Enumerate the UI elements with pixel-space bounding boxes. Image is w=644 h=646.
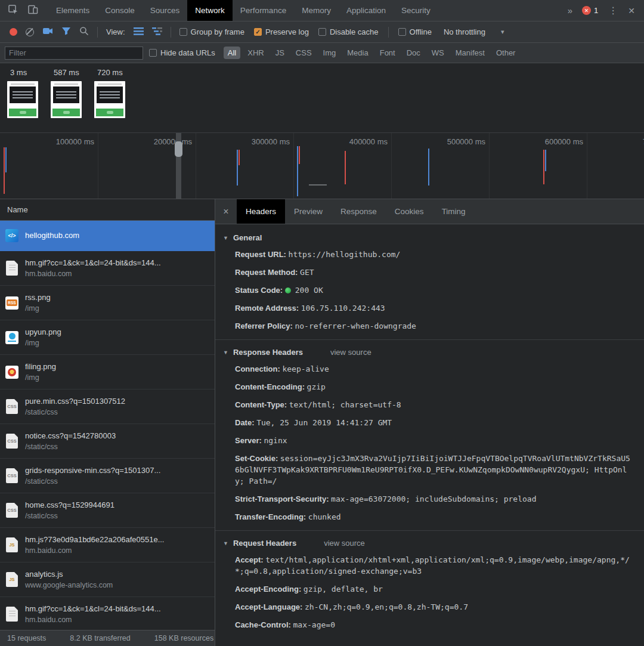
tab-application[interactable]: Application bbox=[339, 0, 394, 21]
request-row[interactable]: RSSrss.png/img bbox=[0, 286, 215, 320]
request-text: rss.png/img bbox=[25, 293, 51, 313]
capture-screenshots-icon[interactable] bbox=[42, 27, 53, 37]
filmstrip-thumbnail[interactable] bbox=[94, 81, 125, 118]
checkbox-box[interactable] bbox=[149, 49, 157, 57]
devtools-menu-icon[interactable]: ⋮ bbox=[608, 5, 618, 16]
checkbox-hide-data-urls[interactable]: Hide data URLs bbox=[149, 48, 215, 57]
tab-network[interactable]: Network bbox=[187, 0, 233, 21]
inspect-element-icon[interactable] bbox=[7, 4, 19, 17]
header-name: Accept: bbox=[235, 555, 264, 564]
checkbox-label: Offline bbox=[410, 27, 432, 36]
request-text: hm.gif?cc=1&ck=1&cl=24-bit&ds=144...hm.b… bbox=[25, 258, 161, 278]
filter-pill-css[interactable]: CSS bbox=[292, 47, 316, 59]
filmstrip-thumbnail[interactable] bbox=[7, 81, 38, 118]
tab-security[interactable]: Security bbox=[394, 0, 438, 21]
tab-sources[interactable]: Sources bbox=[143, 0, 188, 21]
header-value: gzip, deflate, br bbox=[304, 585, 383, 594]
view-source-link[interactable]: view source bbox=[324, 539, 365, 548]
checkbox-label: Hide data URLs bbox=[160, 48, 215, 57]
request-row[interactable]: CSSpure.min.css?q=1501307512/static/css bbox=[0, 390, 215, 424]
checkbox-preserve-log[interactable]: ✓Preserve log bbox=[254, 27, 309, 36]
request-row[interactable]: JShm.js?73e0d9a1bd6e22a206afe0551e...hm.… bbox=[0, 528, 215, 562]
request-row[interactable]: CSShome.css?q=1529944691/static/css bbox=[0, 493, 215, 528]
resource-icon-filing bbox=[5, 366, 19, 379]
request-row[interactable]: </>hellogithub.com bbox=[0, 221, 215, 251]
filter-icon[interactable] bbox=[61, 27, 71, 37]
view-label: View: bbox=[106, 27, 125, 36]
filmstrip-frame[interactable]: 587 ms bbox=[51, 68, 82, 118]
timeline-overview[interactable]: 100000 ms200000 ms300000 ms400000 ms5000… bbox=[0, 132, 644, 199]
request-row[interactable]: hm.gif?cc=1&ck=1&cl=24-bit&ds=144...hm.b… bbox=[0, 597, 215, 630]
device-toolbar-icon[interactable] bbox=[27, 4, 39, 17]
detail-tab-headers[interactable]: Headers bbox=[237, 199, 285, 224]
filter-pill-media[interactable]: Media bbox=[343, 47, 372, 59]
name-column-header[interactable]: Name bbox=[0, 199, 215, 221]
resource-icon-site: </> bbox=[5, 229, 19, 242]
header-name: Request URL: bbox=[235, 250, 286, 259]
search-icon[interactable] bbox=[79, 26, 89, 38]
checkbox-box[interactable] bbox=[318, 28, 326, 36]
checkbox-offline[interactable]: Offline bbox=[398, 27, 432, 36]
checkbox-box[interactable]: ✓ bbox=[254, 28, 262, 36]
filmstrip-frame[interactable]: 720 ms bbox=[94, 68, 125, 118]
request-row[interactable]: filing.png/img bbox=[0, 355, 215, 390]
header-value: no-referrer-when-downgrade bbox=[295, 322, 416, 330]
show-overview-icon[interactable] bbox=[152, 27, 162, 37]
request-row[interactable]: CSSgrids-responsive-min.css?q=1501307...… bbox=[0, 459, 215, 493]
detail-tab-preview[interactable]: Preview bbox=[285, 199, 332, 224]
checkbox-box[interactable] bbox=[398, 28, 406, 36]
record-network-log-button[interactable] bbox=[10, 28, 17, 36]
detail-tab-response[interactable]: Response bbox=[332, 199, 386, 224]
filing-image-icon bbox=[5, 366, 18, 379]
filter-pill-manifest[interactable]: Manifest bbox=[451, 47, 489, 59]
header-name: Referrer Policy: bbox=[235, 322, 293, 330]
clear-network-log-button[interactable] bbox=[26, 28, 34, 36]
checkbox-box[interactable] bbox=[179, 28, 187, 36]
disclosure-triangle-icon[interactable]: ▼ bbox=[223, 540, 228, 546]
section-header[interactable]: ▼Response Headersview source bbox=[215, 342, 644, 363]
tab-elements[interactable]: Elements bbox=[48, 0, 97, 21]
header-name: Accept-Language: bbox=[235, 602, 302, 611]
disclosure-triangle-icon[interactable]: ▼ bbox=[223, 350, 228, 356]
request-row[interactable]: CSSnotice.css?q=1542780003/static/css bbox=[0, 424, 215, 459]
filter-pill-img[interactable]: Img bbox=[319, 47, 340, 59]
checkbox-group-by-frame[interactable]: Group by frame bbox=[179, 27, 244, 36]
header-value: session=eyJjc3JmX3Rva2VuIjp7IiBiIjoiWTJJ… bbox=[235, 454, 630, 486]
filmstrip-thumbnail[interactable] bbox=[51, 81, 82, 118]
request-row[interactable]: hm.gif?cc=1&ck=1&cl=24-bit&ds=144...hm.b… bbox=[0, 251, 215, 286]
filter-pill-doc[interactable]: Doc bbox=[402, 47, 425, 59]
filter-pill-font[interactable]: Font bbox=[376, 47, 400, 59]
filter-pill-all[interactable]: All bbox=[224, 47, 240, 59]
request-row[interactable]: JSanalytics.jswww.google-analytics.com bbox=[0, 562, 215, 597]
timeline-scrubber-handle[interactable] bbox=[175, 141, 182, 157]
filter-pill-other[interactable]: Other bbox=[492, 47, 520, 59]
close-details-icon[interactable]: × bbox=[215, 199, 237, 224]
tab-performance[interactable]: Performance bbox=[233, 0, 294, 21]
resource-icon-js: JS bbox=[5, 537, 19, 552]
close-devtools-icon[interactable]: ✕ bbox=[628, 6, 635, 16]
use-large-request-rows-icon[interactable] bbox=[134, 27, 144, 37]
more-tabs-icon[interactable]: » bbox=[568, 5, 572, 16]
toolbar-divider bbox=[97, 27, 98, 38]
header-entry: Referrer Policy: no-referrer-when-downgr… bbox=[235, 320, 634, 332]
view-source-link[interactable]: view source bbox=[330, 348, 371, 357]
filter-pill-xhr[interactable]: XHR bbox=[243, 47, 268, 59]
network-filter-input[interactable] bbox=[5, 47, 143, 60]
filter-pill-ws[interactable]: WS bbox=[428, 47, 448, 59]
timeline-label: 500000 ms bbox=[447, 137, 485, 146]
section-header[interactable]: ▼General bbox=[215, 228, 644, 249]
timeline-activity-mark bbox=[239, 150, 240, 165]
filter-pill-js[interactable]: JS bbox=[271, 47, 289, 59]
disclosure-triangle-icon[interactable]: ▼ bbox=[223, 235, 228, 241]
detail-tab-cookies[interactable]: Cookies bbox=[386, 199, 433, 224]
tab-console[interactable]: Console bbox=[97, 0, 143, 21]
tab-memory[interactable]: Memory bbox=[294, 0, 339, 21]
section-header[interactable]: ▼Request Headersview source bbox=[215, 533, 644, 554]
request-row[interactable]: upyun.png/img bbox=[0, 320, 215, 355]
detail-tab-timing[interactable]: Timing bbox=[433, 199, 475, 224]
filmstrip-frame[interactable]: 3 ms bbox=[7, 68, 38, 118]
throttling-select[interactable]: No throttling ▾ bbox=[444, 27, 504, 36]
console-error-badge[interactable]: ✕ 1 bbox=[582, 6, 598, 15]
timeline-activity-mark bbox=[309, 184, 327, 186]
checkbox-disable-cache[interactable]: Disable cache bbox=[318, 27, 379, 36]
